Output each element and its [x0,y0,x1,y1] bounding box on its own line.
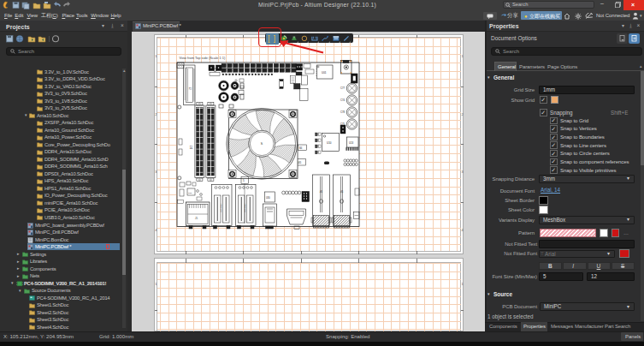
svg-text:U01: U01 [322,71,327,75]
svg-text:J10: J10 [189,146,192,150]
svg-text:3: 3 [461,170,464,174]
svg-text:C77: C77 [340,86,346,90]
svg-text:C74: C74 [340,98,346,102]
svg-text:C78: C78 [340,110,346,114]
svg-text:U17: U17 [188,192,192,194]
svg-text:J5: J5 [195,217,198,220]
svg-text:B4: B4 [299,146,303,150]
svg-text:1: 1 [461,54,464,58]
svg-text:U13: U13 [349,141,354,145]
svg-text:1: 1 [461,282,464,286]
svg-text:Hot-Swap: Hot-Swap [244,203,246,212]
svg-text:S2: S2 [340,190,343,194]
svg-text:S1: S1 [319,190,322,194]
svg-text:2: 2 [461,111,464,116]
svg-text:Hot-Swap: Hot-Swap [220,203,222,212]
svg-text:U30: U30 [266,196,270,200]
svg-text:U10: U10 [327,141,332,145]
